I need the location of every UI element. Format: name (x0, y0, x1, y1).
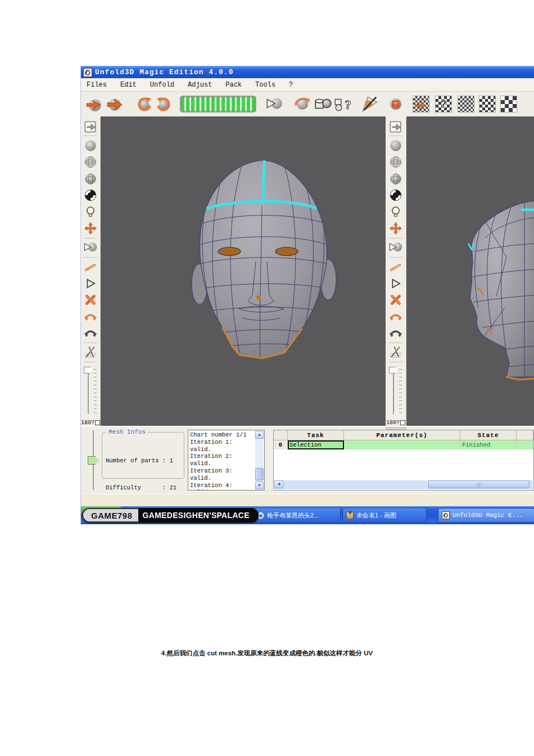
weld-gray-button[interactable] (387, 325, 404, 341)
shaded-wire-mode-button[interactable] (82, 170, 99, 187)
angle-slider[interactable] (388, 366, 403, 416)
scroll-down-arrow-icon[interactable]: ▼ (255, 482, 264, 489)
menu-help[interactable]: ? (289, 81, 293, 89)
header-parameters[interactable]: Parameter(s) (344, 430, 460, 440)
viewport-toolbar: 180? (81, 116, 101, 426)
title-bar[interactable]: Unfold3D Magic Edition 4.0.0 (81, 66, 534, 78)
help-mode-button[interactable] (333, 94, 353, 114)
pack-uv-button[interactable] (413, 96, 429, 112)
move-tool-button[interactable] (82, 220, 99, 236)
question-overlay-icon: ? (436, 96, 451, 112)
window-title: Unfold3D Magic Edition 4.0.0 (95, 68, 233, 76)
checker-fine-button[interactable] (458, 96, 474, 112)
shaded-wire-mode-button[interactable] (387, 170, 404, 187)
task-cell-state: Finished (460, 440, 517, 449)
slider-handle[interactable] (88, 456, 99, 465)
scrollbar-thumb[interactable] (255, 468, 264, 480)
scrollbar-thumb[interactable] (428, 480, 530, 488)
face-tool-button[interactable] (82, 275, 99, 291)
export-view-button[interactable] (387, 118, 404, 134)
viewport-side-3d[interactable] (406, 116, 534, 426)
shaded-mode-button[interactable] (82, 137, 99, 154)
log-scrollbar[interactable]: ▲ ▼ (255, 431, 264, 489)
unfold-view-button[interactable] (82, 239, 99, 255)
menu-files[interactable]: Files (87, 81, 107, 89)
undo-button[interactable] (134, 94, 154, 114)
delete-selection-button[interactable] (387, 292, 404, 308)
watermark-palace: GAMEDESIGHEN'SPALACE (138, 508, 259, 523)
edge-tool-button[interactable] (82, 259, 99, 275)
checker-medium-button[interactable] (479, 96, 496, 112)
import-mesh-button[interactable] (84, 94, 105, 114)
cut-mesh-button[interactable] (82, 344, 99, 361)
unfold-view-button[interactable] (387, 239, 404, 255)
primitive-view-button[interactable] (313, 94, 333, 114)
viewport-toolbar: 180? (386, 116, 406, 426)
task-table-hscrollbar[interactable]: ◄ (274, 480, 533, 489)
scroll-left-arrow-icon[interactable]: ◄ (274, 480, 283, 488)
menu-unfold[interactable]: Unfold (150, 81, 174, 89)
pack-slider[interactable] (88, 430, 100, 490)
slider-handle[interactable] (389, 367, 399, 374)
angle-checkbox[interactable] (95, 420, 100, 425)
cut-mesh-button[interactable] (387, 344, 404, 361)
taskbar-item-label: 枪手布莱恩的头2... (267, 511, 319, 520)
menu-pack[interactable]: Pack (225, 81, 242, 89)
app-icon (83, 68, 92, 77)
viewport-front-3d[interactable] (101, 116, 386, 426)
light-toggle-button[interactable] (387, 204, 404, 220)
checker-coarse-button[interactable] (500, 96, 517, 112)
menu-edit[interactable]: Edit (120, 81, 137, 89)
taskbar-item-unfold3d[interactable]: Unfold3D Magic E... (438, 508, 534, 523)
export-view-button[interactable] (82, 118, 99, 134)
menu-adjust[interactable]: Adjust (188, 81, 212, 89)
face-tool-button[interactable] (387, 275, 404, 291)
log-line: Chart number 1/1 (190, 431, 255, 439)
angle-label: 180? (386, 420, 400, 426)
log-output[interactable]: Chart number 1/1 Iteration 1: valid. Ite… (188, 430, 265, 490)
header-task[interactable]: Task (288, 430, 344, 440)
light-toggle-button[interactable] (82, 204, 99, 220)
shaded-mode-button[interactable] (387, 137, 404, 154)
task-cell-selection[interactable]: Selection (288, 440, 344, 449)
export-mesh-button[interactable] (105, 94, 125, 114)
texture-help-button[interactable]: ? (435, 96, 452, 112)
task-table-header: Task Parameter(s) State (274, 430, 533, 440)
wireframe-mode-button[interactable] (387, 154, 404, 170)
scroll-up-arrow-icon[interactable]: ▲ (255, 431, 264, 439)
stop-button[interactable] (386, 94, 406, 114)
task-table: Task Parameter(s) State 0 Selection Fini… (273, 430, 534, 490)
taskbar-item-photo[interactable]: 枪手布莱恩的头2... (253, 508, 341, 523)
wireframe-mode-button[interactable] (82, 154, 99, 170)
slider-handle[interactable] (84, 367, 93, 374)
workspace: 180? (81, 116, 534, 426)
redo-button[interactable] (154, 94, 174, 114)
menu-tools[interactable]: Tools (255, 81, 275, 89)
task-cell-extra (517, 440, 533, 449)
document-page: Unfold3D Magic Edition 4.0.0 Files Edit … (0, 0, 534, 756)
windows-taskbar: GAME798 GAMEDESIGHEN'SPALACE 枪手布莱恩的头2...… (81, 506, 534, 524)
move-tool-button[interactable] (387, 220, 404, 236)
table-row[interactable]: 0 Selection Finished (274, 440, 533, 449)
weld-orange-button[interactable] (387, 308, 404, 325)
angle-control: 180? (81, 420, 100, 426)
unfold-button[interactable] (264, 94, 284, 114)
angle-checkbox[interactable] (400, 420, 405, 425)
log-line: Iteration 2: valid. (190, 453, 255, 467)
checker-mode-button[interactable] (387, 187, 404, 203)
reload-sphere-button[interactable] (292, 94, 313, 114)
weld-gray-button[interactable] (82, 325, 99, 341)
header-state[interactable]: State (460, 430, 517, 440)
taskbar-item-paint[interactable]: 未命名1 - 画图 (342, 508, 427, 523)
unfold3d-icon (442, 511, 450, 519)
checker-mode-button[interactable] (82, 187, 99, 203)
main-toolbar: ? (81, 92, 534, 116)
weld-orange-button[interactable] (82, 308, 99, 325)
edge-tool-button[interactable] (387, 259, 404, 275)
watermark-logo: GAME798 GAMEDESIGHEN'SPALACE (82, 508, 259, 523)
delete-selection-button[interactable] (82, 292, 99, 308)
angle-slider[interactable] (83, 366, 98, 416)
task-cell-parameters[interactable] (344, 440, 460, 449)
cut-tool-button[interactable] (360, 94, 380, 114)
bottom-panel: Mesh Infos Number of parts : 1 Difficult… (81, 426, 534, 494)
